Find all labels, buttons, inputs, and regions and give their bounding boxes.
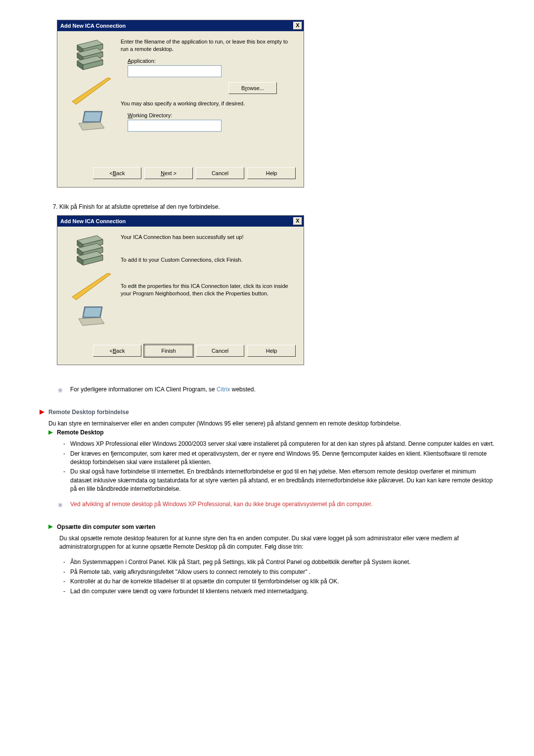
back-button[interactable]: < Back xyxy=(93,345,141,357)
finish-line-1: Your ICA Connection has been successfull… xyxy=(121,234,296,241)
wizard-intro-text: Enter the filename of the application to… xyxy=(121,38,296,53)
help-button[interactable]: Help xyxy=(247,345,296,357)
remote-desktop-header: Remote Desktop forbindelse xyxy=(48,409,129,416)
host-setup-header: Opsætte din computer som værten xyxy=(57,523,155,530)
window-titlebar[interactable]: Add New ICA Connection X xyxy=(57,216,304,227)
citrix-link[interactable]: Citrix xyxy=(217,386,230,393)
remote-desktop-warning: Ved afvikling af remote desktop på Windo… xyxy=(70,501,372,508)
wizard-dialog-application: Add New ICA Connection X xyxy=(57,20,304,188)
finish-line-2: To add it to your Custom Connections, cl… xyxy=(121,256,296,264)
wizard-side-graphic xyxy=(63,38,117,159)
close-icon[interactable]: X xyxy=(293,217,302,225)
connection-beam-icon xyxy=(67,78,113,107)
wizard-dialog-finish: Add New ICA Connection X xyxy=(57,215,304,365)
sub-arrow-icon xyxy=(48,430,53,435)
host-setup-intro: Du skal opsætte remote desktop featuren … xyxy=(59,534,494,552)
working-directory-input[interactable] xyxy=(128,120,222,132)
list-item: Windows XP Professional eller Windows 20… xyxy=(63,440,494,448)
list-item: Åbn Systemmappen i Control Panel. Klik p… xyxy=(63,558,494,567)
wizard-side-graphic xyxy=(63,234,117,337)
next-button[interactable]: Next > xyxy=(144,167,193,179)
finish-line-3: To edit the properties for this ICA Conn… xyxy=(121,283,296,297)
window-titlebar[interactable]: Add New ICA Connection X xyxy=(57,20,304,31)
citrix-note: For yderligere informationer om ICA Clie… xyxy=(70,386,256,393)
working-directory-label: Working Directory: xyxy=(128,112,296,118)
working-directory-intro: You may also specify a working directory… xyxy=(121,100,296,107)
application-input[interactable] xyxy=(128,65,222,77)
cancel-button[interactable]: Cancel xyxy=(196,167,244,179)
server-stack-icon xyxy=(75,38,105,71)
help-button[interactable]: Help xyxy=(247,167,296,179)
window-title: Add New ICA Connection xyxy=(60,23,126,29)
svg-marker-12 xyxy=(79,122,104,130)
list-item: Lad din computer være tændt og være forb… xyxy=(63,587,494,596)
asterisk-icon: ✳ xyxy=(57,502,63,509)
laptop-icon xyxy=(77,110,106,133)
list-item: Kontrollér at du har de korrekte tillade… xyxy=(63,577,494,586)
list-item: Du skal også have forbindelse til intern… xyxy=(63,468,494,493)
finish-button[interactable]: Finish xyxy=(144,345,193,357)
back-button[interactable]: < Back xyxy=(93,167,141,179)
svg-marker-9 xyxy=(72,78,111,104)
close-icon[interactable]: X xyxy=(293,22,302,30)
laptop-icon xyxy=(77,306,106,329)
application-label: Application: xyxy=(128,58,296,64)
step-7-text: Klik på Finish for at afslutte oprettels… xyxy=(59,203,494,210)
server-stack-icon xyxy=(75,234,105,266)
asterisk-icon: ✳ xyxy=(57,387,63,394)
connection-beam-icon xyxy=(67,273,113,303)
sub-arrow-icon xyxy=(48,524,53,529)
svg-marker-24 xyxy=(84,308,101,317)
browse-button[interactable]: Browse... xyxy=(228,82,277,94)
svg-marker-11 xyxy=(84,112,101,121)
remote-desktop-intro: Du kan styre en terminalserver eller en … xyxy=(48,420,494,428)
svg-marker-25 xyxy=(79,318,104,326)
list-item: På Remote tab, vælg afkrydsningsfeltet "… xyxy=(63,568,494,576)
window-title: Add New ICA Connection xyxy=(60,218,126,224)
svg-marker-22 xyxy=(72,273,111,300)
list-item: Der kræves en fjerncomputer, som kører m… xyxy=(63,450,494,467)
remote-desktop-subhead: Remote Desktop xyxy=(57,429,104,436)
section-arrow-icon xyxy=(40,410,44,415)
cancel-button[interactable]: Cancel xyxy=(196,345,244,357)
